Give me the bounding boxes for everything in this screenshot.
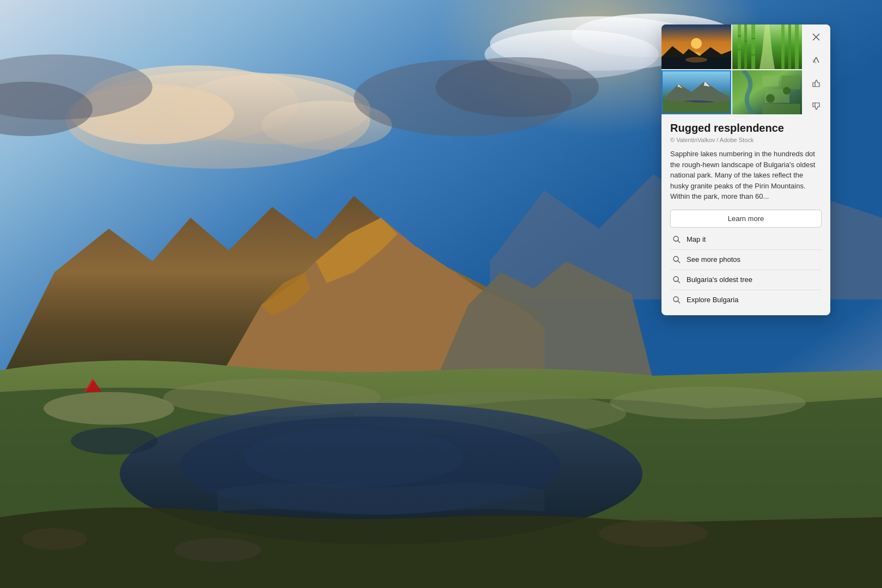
search-icon [672, 296, 681, 304]
thumbs-down-button[interactable] [807, 98, 825, 114]
svg-line-68 [678, 301, 680, 303]
panel-body: Rugged resplendence © ValentinValkov / A… [661, 114, 830, 315]
search-links: Map it See more photos Bulgaria's oldest… [670, 230, 822, 310]
svg-point-25 [22, 528, 87, 550]
photo-thumb-bamboo[interactable] [732, 24, 802, 69]
svg-rect-41 [738, 49, 741, 50]
search-link-explore[interactable]: Explore Bulgaria [670, 290, 822, 310]
svg-rect-35 [744, 24, 747, 69]
panel-header [661, 24, 830, 114]
svg-point-27 [599, 520, 708, 547]
svg-rect-49 [781, 75, 800, 89]
svg-point-63 [673, 256, 678, 261]
search-link-tree-label: Bulgaria's oldest tree [687, 275, 752, 284]
panel-actions [802, 24, 830, 114]
search-link-map[interactable]: Map it [670, 230, 822, 250]
svg-point-32 [685, 57, 707, 63]
svg-rect-40 [738, 35, 741, 36]
svg-rect-43 [751, 38, 755, 39]
svg-line-64 [678, 261, 680, 263]
minimize-button[interactable] [807, 52, 825, 68]
search-icon [672, 235, 681, 244]
svg-rect-37 [781, 24, 785, 69]
svg-rect-39 [795, 24, 799, 69]
close-button[interactable] [807, 29, 825, 45]
learn-more-button[interactable]: Learn more [670, 210, 822, 228]
search-icon [672, 275, 681, 284]
svg-point-65 [673, 277, 678, 281]
svg-rect-42 [744, 41, 747, 42]
svg-point-15 [44, 392, 174, 425]
svg-point-52 [766, 94, 775, 102]
svg-rect-36 [751, 24, 755, 69]
svg-point-61 [673, 236, 678, 241]
svg-rect-44 [751, 54, 755, 56]
svg-rect-48 [762, 75, 779, 86]
search-link-photos[interactable]: See more photos [670, 250, 822, 270]
svg-line-62 [678, 241, 680, 243]
photo-grid [661, 24, 802, 114]
search-link-photos-label: See more photos [687, 255, 740, 264]
search-icon [672, 255, 681, 264]
svg-point-21 [245, 427, 463, 487]
panel-credit: © ValentinValkov / Adobe Stock [670, 137, 822, 143]
panel-title: Rugged resplendence [670, 122, 822, 134]
svg-point-67 [673, 297, 678, 302]
photo-thumb-aerial[interactable] [732, 70, 802, 115]
svg-point-29 [691, 38, 702, 49]
thumbs-up-button[interactable] [807, 75, 825, 91]
svg-point-22 [71, 427, 158, 455]
svg-point-53 [783, 87, 791, 94]
svg-rect-51 [762, 103, 800, 114]
svg-point-26 [174, 538, 261, 562]
search-link-explore-label: Explore Bulgaria [687, 296, 738, 304]
photo-thumb-mountain-lake[interactable] [661, 70, 731, 115]
svg-rect-38 [788, 24, 791, 69]
svg-line-66 [678, 281, 680, 283]
photo-thumb-lake-sunset[interactable] [661, 24, 731, 69]
search-link-tree[interactable]: Bulgaria's oldest tree [670, 270, 822, 290]
search-link-map-label: Map it [687, 235, 706, 243]
svg-point-12 [436, 57, 599, 117]
svg-line-57 [816, 57, 819, 63]
svg-point-18 [610, 387, 806, 419]
info-panel: Rugged resplendence © ValentinValkov / A… [661, 24, 830, 315]
panel-description: Sapphire lakes numbering in the hundreds… [670, 149, 822, 202]
svg-rect-34 [738, 24, 741, 69]
